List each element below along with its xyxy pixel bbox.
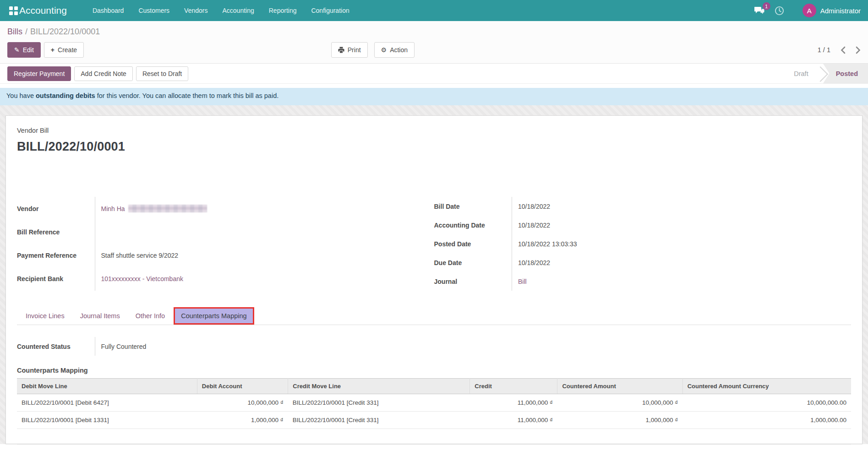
printer-icon xyxy=(338,47,344,53)
cell-countered-amount: 10,000,000 ₫ xyxy=(557,394,682,412)
status-posted[interactable]: Posted xyxy=(823,64,868,84)
pencil-icon: ✎ xyxy=(14,47,20,53)
nav-item-accounting[interactable]: Accounting xyxy=(215,0,261,21)
action-button-label: Action xyxy=(390,46,408,54)
create-button-label: Create xyxy=(58,46,77,54)
cell-credit: 11,000,000 ₫ xyxy=(470,412,557,429)
avatar: A xyxy=(802,4,816,17)
countered-status-label: Countered Status xyxy=(17,337,95,356)
document-type-label: Vendor Bill xyxy=(17,127,851,134)
register-payment-button[interactable]: Register Payment xyxy=(7,66,71,81)
countered-status-group: Countered Status Fully Countered xyxy=(17,337,818,356)
plus-icon: + xyxy=(51,47,55,53)
accounting-date-value: 10/18/2022 xyxy=(512,216,835,234)
nav-item-vendors[interactable]: Vendors xyxy=(177,0,215,21)
tab-other-info[interactable]: Other Info xyxy=(129,307,172,325)
page-title: BILL/2022/10/0001 xyxy=(17,140,851,154)
form-sheet: Vendor Bill BILL/2022/10/0001 Vendor Min… xyxy=(5,115,863,444)
accounting-date-label: Accounting Date xyxy=(434,216,512,234)
cell-countered-amount-currency: 1,000,000.00 xyxy=(682,412,851,429)
edit-button-label: Edit xyxy=(23,46,34,54)
apps-grid-icon[interactable] xyxy=(9,6,13,10)
breadcrumb-bills-link[interactable]: Bills xyxy=(7,27,22,36)
reset-to-draft-button[interactable]: Reset to Draft xyxy=(136,66,188,81)
app-name[interactable]: Accounting xyxy=(19,5,67,16)
fields-group: Vendor Minh Ha Bill Reference Payment Re… xyxy=(17,197,851,291)
field-row-due-date: Due Date 10/18/2022 xyxy=(434,253,835,272)
print-button-label: Print xyxy=(348,46,361,54)
tab-counterparts-mapping[interactable]: Counterparts Mapping xyxy=(174,307,254,325)
cell-debit-move-line: BILL/2022/10/0001 [Debit 1331] xyxy=(17,412,197,429)
clock-icon xyxy=(775,6,784,16)
alert-text-bold: outstanding debits xyxy=(36,92,95,99)
bill-reference-value xyxy=(95,220,417,244)
edit-button[interactable]: ✎ Edit xyxy=(7,42,41,58)
control-panel: Bills/BILL/2022/10/0001 ✎ Edit + Create … xyxy=(0,21,868,64)
status-arrow-separator xyxy=(813,64,823,84)
page-background: Vendor Bill BILL/2022/10/0001 Vendor Min… xyxy=(0,105,868,444)
nav-item-dashboard[interactable]: Dashboard xyxy=(85,0,131,21)
col-header-countered-amount[interactable]: Countered Amount xyxy=(557,379,682,394)
vendor-redacted-blur xyxy=(128,205,207,212)
cell-credit-move-line: BILL/2022/10/0001 [Credit 331] xyxy=(288,412,470,429)
due-date-value: 10/18/2022 xyxy=(512,253,835,272)
posted-date-value: 10/18/2022 13:03:33 xyxy=(512,234,835,253)
activities-icon[interactable] xyxy=(775,6,784,16)
tab-invoice-lines[interactable]: Invoice Lines xyxy=(19,307,71,325)
cell-credit: 11,000,000 ₫ xyxy=(470,394,557,412)
table-row[interactable]: BILL/2022/10/0001 [Debit 1331] 1,000,000… xyxy=(17,412,851,429)
col-header-debit-account[interactable]: Debit Account xyxy=(197,379,288,394)
user-menu[interactable]: A Administrator xyxy=(802,4,861,17)
cell-debit-move-line: BILL/2022/10/0001 [Debit 6427] xyxy=(17,394,197,412)
spacer xyxy=(0,84,868,88)
cell-countered-amount: 1,000,000 ₫ xyxy=(557,412,682,429)
journal-label: Journal xyxy=(434,272,512,291)
pager-counter[interactable]: 1 / 1 xyxy=(818,46,830,54)
fields-group-right: Bill Date 10/18/2022 Accounting Date 10/… xyxy=(434,197,835,291)
alert-text-suffix: for this vendor. You can allocate them t… xyxy=(95,92,279,99)
print-button[interactable]: Print xyxy=(331,42,368,58)
col-header-countered-amount-currency[interactable]: Countered Amount Currency xyxy=(682,379,851,394)
bill-date-value: 10/18/2022 xyxy=(512,197,835,216)
recipient-bank-label: Recipient Bank xyxy=(17,267,95,291)
pager-next-icon[interactable] xyxy=(856,46,861,54)
add-credit-note-button[interactable]: Add Credit Note xyxy=(74,66,133,81)
table-header-row: Debit Move Line Debit Account Credit Mov… xyxy=(17,379,851,394)
form-statusbar: Register Payment Add Credit Note Reset t… xyxy=(0,64,868,84)
status-draft[interactable]: Draft xyxy=(789,64,813,84)
field-row-payment-reference: Payment Reference Staff shuttle service … xyxy=(17,244,417,267)
bill-reference-label: Bill Reference xyxy=(17,220,95,244)
gear-icon: ⚙ xyxy=(381,47,387,53)
field-row-bill-reference: Bill Reference xyxy=(17,220,417,244)
pager-previous-icon[interactable] xyxy=(841,46,846,54)
cell-debit-account: 1,000,000 ₫ xyxy=(197,412,288,429)
action-button[interactable]: ⚙ Action xyxy=(374,42,415,58)
vendor-link[interactable]: Minh Ha xyxy=(101,205,125,212)
recipient-bank-link[interactable]: 101xxxxxxxxx - Vietcombank xyxy=(101,275,183,282)
user-name: Administrator xyxy=(820,7,861,15)
top-nav: Accounting Dashboard Customers Vendors A… xyxy=(0,0,868,21)
field-row-vendor: Vendor Minh Ha xyxy=(17,197,417,220)
breadcrumb-current: BILL/2022/10/0001 xyxy=(30,27,100,36)
messages-badge: 1 xyxy=(763,2,770,10)
col-header-credit[interactable]: Credit xyxy=(470,379,557,394)
nav-item-configuration[interactable]: Configuration xyxy=(304,0,356,21)
countered-status-value: Fully Countered xyxy=(95,337,818,356)
field-row-posted-date: Posted Date 10/18/2022 13:03:33 xyxy=(434,234,835,253)
fields-group-left: Vendor Minh Ha Bill Reference Payment Re… xyxy=(17,197,417,291)
breadcrumb-separator: / xyxy=(25,27,27,36)
field-row-bill-date: Bill Date 10/18/2022 xyxy=(434,197,835,216)
create-button[interactable]: + Create xyxy=(44,42,84,58)
nav-item-customers[interactable]: Customers xyxy=(131,0,177,21)
vendor-label: Vendor xyxy=(17,197,95,220)
bill-date-label: Bill Date xyxy=(434,197,512,216)
col-header-credit-move-line[interactable]: Credit Move Line xyxy=(288,379,470,394)
posted-date-label: Posted Date xyxy=(434,234,512,253)
nav-item-reporting[interactable]: Reporting xyxy=(262,0,304,21)
table-row[interactable]: BILL/2022/10/0001 [Debit 6427] 10,000,00… xyxy=(17,394,851,412)
col-header-debit-move-line[interactable]: Debit Move Line xyxy=(17,379,197,394)
messages-icon[interactable]: 1 xyxy=(754,6,764,15)
tab-journal-items[interactable]: Journal Items xyxy=(73,307,127,325)
alert-text-prefix: You have xyxy=(6,92,36,99)
journal-link[interactable]: Bill xyxy=(518,278,527,285)
